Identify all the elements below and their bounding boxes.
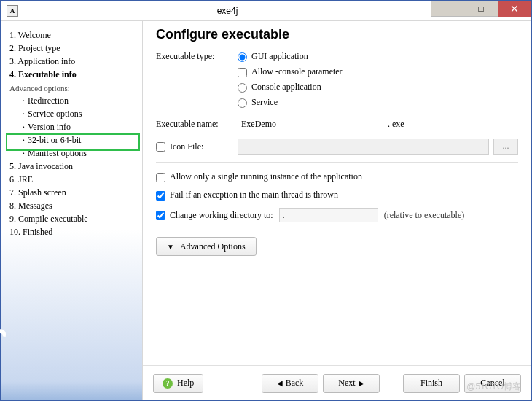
radio-console-app[interactable]: Console application — [238, 82, 518, 93]
nav-sub-service-options[interactable]: ·Service options — [9, 107, 139, 120]
row-single-instance: Allow only a single running instance of … — [156, 171, 518, 182]
chevron-down-icon: ▼ — [167, 243, 174, 251]
nav-application-info[interactable]: 3. Application info — [9, 55, 139, 68]
nav-compile-executable[interactable]: 9. Compile executable — [9, 212, 139, 225]
nav-welcome[interactable]: 1. Welcome — [9, 28, 139, 42]
sidebar: 1. Welcome 2. Project type 3. Applicatio… — [1, 21, 143, 400]
next-button[interactable]: Next▶ — [323, 374, 380, 393]
page-heading: Configure executable — [156, 27, 518, 42]
help-icon: ? — [163, 378, 173, 389]
exe-name-input[interactable] — [238, 117, 383, 131]
nav-messages[interactable]: 8. Messages — [9, 199, 139, 212]
nav-finished[interactable]: 10. Finished — [9, 225, 139, 238]
radio-service[interactable]: Service — [238, 97, 518, 108]
row-fail-exception: Fail if an exception in the main thread … — [156, 190, 518, 200]
exe-name-label: Executable name: — [156, 119, 238, 130]
check-single-instance[interactable]: Allow only a single running instance of … — [156, 171, 362, 182]
maximize-button[interactable]: □ — [464, 1, 498, 17]
check-allow-console[interactable]: Allow -console parameter — [238, 66, 518, 77]
check-change-dir-input[interactable] — [156, 211, 165, 220]
icon-file-field — [238, 139, 489, 155]
nav-project-type[interactable]: 2. Project type — [9, 42, 139, 55]
row-exe-type: Executable type: GUI application — [156, 51, 518, 62]
icon-file-checkbox[interactable] — [156, 142, 165, 152]
nav-executable-info[interactable]: 4. Executable info — [9, 68, 139, 81]
radio-console-app-input[interactable] — [238, 83, 247, 93]
radio-service-input[interactable] — [238, 98, 247, 108]
check-change-dir[interactable]: Change working directory to: — [156, 210, 273, 221]
icon-file-label[interactable]: Icon File: — [156, 141, 238, 152]
button-bar: ?Help ◀Back Next▶ Finish Cancel — [143, 365, 531, 400]
check-allow-console-input[interactable] — [238, 68, 247, 77]
close-button[interactable]: ✕ — [498, 1, 531, 17]
row-exe-name: Executable name: . exe — [156, 117, 518, 131]
finish-button[interactable]: Finish — [403, 374, 460, 393]
check-fail-exception[interactable]: Fail if an exception in the main thread … — [156, 190, 338, 200]
nav-jre[interactable]: 6. JRE — [9, 173, 139, 186]
nav-sub-version-info[interactable]: ·Version info — [9, 120, 139, 133]
radio-column: Allow -console parameter Console applica… — [238, 66, 518, 108]
body: 1. Welcome 2. Project type 3. Applicatio… — [1, 21, 531, 400]
row-icon-file: Icon File: ... — [156, 139, 518, 155]
nav-java-invocation[interactable]: 5. Java invocation — [9, 160, 139, 173]
content: Configure executable Executable type: GU… — [143, 21, 531, 365]
arrow-right-icon: ▶ — [359, 379, 364, 387]
nav-sub-redirection[interactable]: ·Redirection — [9, 94, 139, 107]
app-window: A exe4j — □ ✕ 1. Welcome 2. Project type… — [0, 0, 532, 401]
minimize-button[interactable]: — — [431, 1, 464, 17]
arrow-left-icon: ◀ — [277, 379, 283, 387]
nav-splash-screen[interactable]: 7. Splash screen — [9, 186, 139, 199]
sidebar-logo: exe4j — [0, 327, 7, 396]
check-fail-exception-input[interactable] — [156, 191, 165, 200]
icon-browse-button[interactable]: ... — [493, 139, 518, 155]
help-button[interactable]: ?Help — [153, 374, 203, 393]
divider — [156, 162, 518, 163]
nav-sub-manifest-options[interactable]: ·Manifest options — [9, 147, 139, 160]
cwd-relative-label: (relative to executable) — [384, 210, 465, 221]
radio-gui[interactable]: GUI application — [238, 51, 308, 62]
advanced-options-button[interactable]: ▼Advanced Options — [156, 237, 257, 256]
radio-gui-input[interactable] — [238, 52, 247, 62]
window-title: exe4j — [24, 6, 431, 16]
main-panel: Configure executable Executable type: GU… — [143, 21, 531, 400]
row-change-dir: Change working directory to: (relative t… — [156, 208, 518, 222]
back-button[interactable]: ◀Back — [262, 374, 318, 393]
app-icon: A — [7, 5, 18, 17]
titlebar: A exe4j — □ ✕ — [1, 1, 531, 21]
cancel-button[interactable]: Cancel — [464, 374, 521, 393]
nav-sub-32-64-bit[interactable]: ·32-bit or 64-bit — [9, 133, 139, 147]
check-single-instance-input[interactable] — [156, 173, 165, 182]
nav-advanced-label: Advanced options: — [9, 82, 139, 94]
cwd-input[interactable] — [279, 208, 378, 222]
window-controls: — □ ✕ — [431, 1, 531, 20]
exe-ext-label: . exe — [388, 119, 404, 130]
exe-type-label: Executable type: — [156, 51, 238, 62]
